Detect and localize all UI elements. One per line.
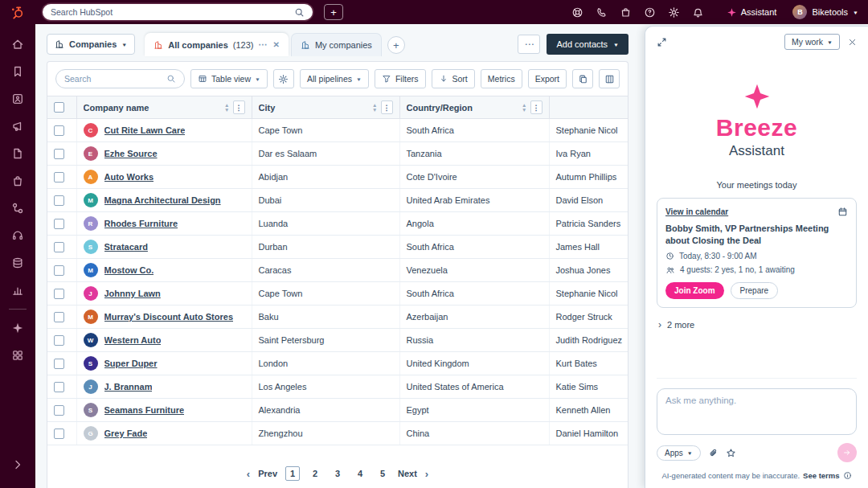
page-button-4[interactable]: 4 [353,466,367,481]
filters-button[interactable]: Filters [375,69,426,88]
company-link[interactable]: Murray's Discount Auto Stores [104,312,234,322]
company-link[interactable]: J. Brannam [104,382,153,392]
tab-options-icon[interactable]: ⋯ [259,39,268,50]
row-checkbox[interactable] [54,289,64,299]
marketplace-icon[interactable] [620,6,632,18]
company-link[interactable]: Ezhe Source [104,149,158,158]
sidebar-item-home[interactable] [0,31,35,58]
next-chevron-icon[interactable]: › [425,468,428,480]
view-settings-button[interactable] [273,69,294,88]
sort-arrows-icon[interactable]: ▲▼ [224,103,229,111]
guide-icon[interactable] [644,6,656,18]
table-search-input[interactable]: Search [55,69,185,88]
collapse-sidebar-button[interactable] [0,451,35,478]
sort-button[interactable]: Sort [432,69,475,88]
board-view-button[interactable] [599,69,620,88]
sidebar-item-marketing[interactable] [0,113,35,140]
my-work-dropdown[interactable]: My work ▼ [784,34,840,50]
see-terms-link[interactable]: See terms [803,471,839,480]
row-checkbox[interactable] [54,172,64,182]
view-options-button[interactable]: ⋯ [518,35,540,54]
pipelines-dropdown[interactable]: All pipelines ▼ [300,69,369,88]
row-checkbox[interactable] [54,312,64,322]
prepare-button[interactable]: Prepare [731,282,779,299]
column-menu-icon[interactable]: ⋮ [530,100,542,114]
column-menu-icon[interactable]: ⋮ [233,100,245,114]
next-button[interactable]: Next [398,469,417,478]
prompts-icon[interactable] [726,448,736,458]
tab-all-companies[interactable]: All companies (123) ⋯ ✕ [145,33,289,56]
view-in-calendar-link[interactable]: View in calendar [665,207,728,216]
table-view-dropdown[interactable]: Table view ▼ [190,69,268,88]
row-checkbox[interactable] [54,405,64,416]
sidebar-item-bookmarks[interactable] [0,58,35,85]
add-view-button[interactable]: + [387,36,405,54]
tab-close-icon[interactable]: ✕ [273,40,280,49]
hubspot-logo-icon[interactable] [10,5,25,20]
calendar-icon[interactable] [837,207,848,217]
clone-view-button[interactable] [572,69,593,88]
metrics-button[interactable]: Metrics [481,69,522,88]
send-button[interactable] [837,443,857,462]
export-button[interactable]: Export [528,69,567,88]
sort-arrows-icon[interactable]: ▲▼ [372,103,377,111]
company-link[interactable]: Seamans Furniture [104,405,185,415]
sidebar-item-content[interactable] [0,140,35,167]
sidebar-item-reporting[interactable] [0,277,35,304]
row-checkbox[interactable] [54,242,64,252]
tab-my-companies[interactable]: My companies [291,33,382,56]
row-checkbox[interactable] [54,195,64,206]
notifications-icon[interactable] [692,6,704,18]
sidebar-item-crm[interactable] [0,85,35,113]
row-checkbox[interactable] [54,265,64,276]
company-link[interactable]: Super Duper [104,359,158,368]
page-button-1[interactable]: 1 [285,466,300,481]
company-link[interactable]: Johnny Lawn [104,289,161,298]
company-link[interactable]: Mostow Co. [104,265,154,275]
page-button-5[interactable]: 5 [375,466,390,481]
company-link[interactable]: Magna Architectural Design [104,195,221,205]
sidebar-item-automations[interactable] [0,195,35,222]
close-panel-icon[interactable] [848,38,857,47]
assistant-button[interactable]: Assistant [727,7,777,18]
company-link[interactable]: Grey Fade [104,429,148,438]
account-menu[interactable]: B Biketools ▼ [792,5,858,19]
calling-icon[interactable] [596,6,608,18]
add-contacts-button[interactable]: Add contacts ▼ [547,34,628,55]
row-checkbox[interactable] [54,335,64,346]
sidebar-item-commerce[interactable] [0,167,35,195]
ask-input[interactable] [657,388,857,435]
more-meetings-toggle[interactable]: › 2 more [657,319,857,330]
row-checkbox[interactable] [54,382,64,392]
help-icon[interactable] [571,6,583,18]
company-link[interactable]: Auto Works [104,172,154,182]
sidebar-item-workspaces[interactable] [0,342,35,369]
company-link[interactable]: Stratacard [104,242,148,252]
global-create-button[interactable]: + [324,4,343,20]
page-button-3[interactable]: 3 [330,466,345,481]
apps-dropdown[interactable]: Apps ▼ [657,445,701,461]
row-checkbox[interactable] [54,429,64,439]
page-button-2[interactable]: 2 [308,466,322,481]
global-search-input[interactable]: Search HubSpot [43,4,313,20]
join-zoom-button[interactable]: Join Zoom [665,282,724,299]
row-checkbox[interactable] [54,219,64,229]
prev-chevron-icon[interactable]: ‹ [247,468,250,480]
row-checkbox[interactable] [54,149,64,159]
company-link[interactable]: Cut Rite Lawn Care [104,125,186,135]
select-all-checkbox[interactable] [54,102,64,113]
sidebar-item-data[interactable] [0,249,35,277]
sort-arrows-icon[interactable]: ▲▼ [522,103,526,111]
prev-button[interactable]: Prev [258,469,277,478]
expand-panel-icon[interactable] [657,37,667,47]
object-switcher[interactable]: Companies ▼ [47,34,135,55]
attach-icon[interactable] [708,448,719,458]
company-link[interactable]: Rhodes Furniture [104,219,178,228]
row-checkbox[interactable] [54,359,64,369]
sidebar-item-service[interactable] [0,222,35,249]
row-checkbox[interactable] [54,125,64,136]
company-link[interactable]: Western Auto [104,335,162,345]
settings-icon[interactable] [668,6,680,18]
column-menu-icon[interactable]: ⋮ [381,100,393,114]
sidebar-item-breeze[interactable] [0,314,35,342]
